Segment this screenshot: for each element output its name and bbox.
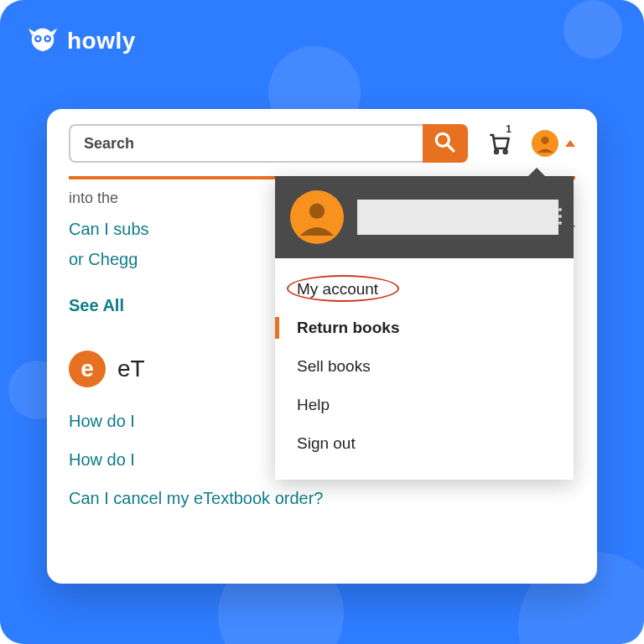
menu-item-label: My account bbox=[297, 280, 378, 298]
svg-point-4 bbox=[46, 37, 49, 40]
menu-item-sign-out[interactable]: Sign out bbox=[275, 424, 574, 463]
menu-item-label: Sell books bbox=[297, 357, 371, 375]
brand-logo: howly bbox=[27, 25, 136, 57]
svg-point-10 bbox=[309, 204, 325, 219]
account-menu-toggle[interactable] bbox=[532, 130, 575, 157]
search-field-wrap bbox=[69, 124, 423, 163]
menu-item-help[interactable]: Help bbox=[275, 386, 574, 424]
avatar-icon bbox=[532, 130, 558, 157]
svg-line-6 bbox=[447, 144, 454, 151]
username-redacted bbox=[357, 200, 558, 235]
faq-link[interactable]: or Chegg bbox=[69, 250, 138, 268]
owl-icon bbox=[27, 25, 59, 57]
search-icon bbox=[434, 131, 455, 156]
menu-item-label: Return books bbox=[297, 319, 399, 336]
svg-point-3 bbox=[36, 37, 39, 40]
svg-point-7 bbox=[495, 150, 498, 153]
etext-badge-icon: e bbox=[69, 351, 106, 387]
avatar-icon bbox=[290, 190, 344, 244]
top-bar: 1 bbox=[47, 109, 597, 174]
faq-link[interactable]: Can I subs bbox=[69, 220, 149, 238]
search-input[interactable] bbox=[70, 126, 423, 161]
kebab-menu-icon[interactable] bbox=[558, 208, 562, 225]
dropdown-list: My account Return books Sell books Help … bbox=[275, 258, 574, 480]
dropdown-header bbox=[275, 176, 574, 258]
screenshot-card: 1 into the Can I subs lver or Chegg bbox=[47, 109, 597, 584]
account-dropdown: My account Return books Sell books Help … bbox=[275, 176, 574, 480]
outer-frame: howly bbox=[0, 0, 644, 644]
menu-item-my-account[interactable]: My account bbox=[275, 270, 574, 309]
decor-circle bbox=[564, 0, 622, 59]
menu-item-return-books[interactable]: Return books bbox=[275, 309, 574, 347]
chevron-up-icon bbox=[565, 140, 575, 147]
cart-button[interactable]: 1 bbox=[483, 127, 517, 160]
svg-point-8 bbox=[504, 150, 507, 153]
search-button[interactable] bbox=[423, 124, 468, 163]
menu-item-sell-books[interactable]: Sell books bbox=[275, 347, 574, 386]
svg-point-9 bbox=[541, 137, 548, 144]
cart-count: 1 bbox=[506, 123, 512, 135]
faq-link[interactable]: Can I cancel my eTextbook order? bbox=[69, 483, 575, 513]
etext-label: eT bbox=[117, 356, 145, 382]
brand-name: howly bbox=[67, 28, 136, 55]
menu-item-label: Sign out bbox=[297, 434, 356, 452]
menu-item-label: Help bbox=[297, 396, 330, 413]
